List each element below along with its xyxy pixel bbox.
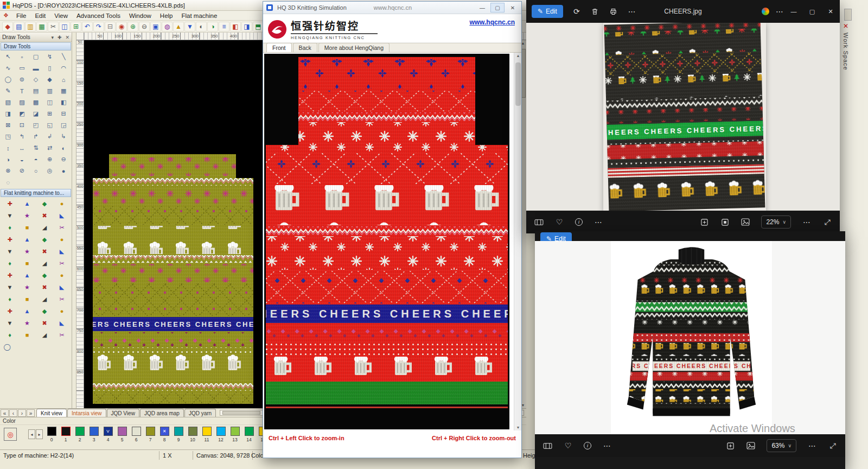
machine-tool-icon[interactable]: ▼ [1,317,18,329]
draw-tool-icon[interactable]: T [15,85,29,97]
machine-tool-icon[interactable]: ◆ [36,233,53,245]
toolbar-icon[interactable]: ↷ [93,22,104,31]
toolbar-icon[interactable]: ▥ [25,22,36,31]
frame-icon[interactable] [741,217,750,227]
color-swatch[interactable]: 9 [171,427,186,442]
toolbar-icon[interactable]: ✂ [48,22,59,31]
draw-tool-icon[interactable]: ↯ [43,51,57,62]
machine-tool-icon[interactable]: ✚ [1,233,18,245]
toolbar-icon[interactable]: ◧ [230,22,241,31]
draw-tools-section-header[interactable]: Draw Tools [1,42,71,50]
draw-tool-icon[interactable]: ↖ [1,51,15,62]
machine-tool-icon[interactable]: ▲ [18,305,36,317]
fullscreen-icon[interactable]: ⤢ [828,441,838,451]
draw-tool-icon[interactable]: ▭ [15,62,29,74]
draw-tool-icon[interactable]: ● [56,165,71,176]
draw-tool-icon[interactable]: ▩ [29,97,43,108]
draw-tool-icon[interactable]: ↳ [56,131,71,142]
draw-tool-icon[interactable]: ▥ [43,85,57,97]
machine-tool-icon[interactable]: ✚ [1,305,18,317]
view-tab[interactable]: JQD View [107,409,139,417]
more-icon[interactable]: ⋯ [802,217,812,227]
color-swatch[interactable]: 1 [59,427,73,442]
minimize-button[interactable]: — [784,0,803,23]
workspace-close-icon[interactable]: ✕ [841,22,850,30]
draw-tool-icon[interactable]: ◱ [43,119,57,131]
edit-button[interactable]: ✎ Edit [540,232,572,241]
draw-tool-icon[interactable]: ⊟ [56,108,71,119]
draw-tool-icon[interactable]: ⊞ [43,108,57,119]
view-tab[interactable]: Intarsia view [67,409,106,417]
zoom-control[interactable]: 63% ∨ [767,439,796,452]
menu-item[interactable]: Help [156,12,177,19]
view-tab[interactable]: JQD area map [140,409,184,417]
toolbar-icon[interactable]: ◑ [207,22,218,31]
fit-screen-icon[interactable] [725,441,735,451]
draw-tool-icon[interactable]: ⊡ [15,119,29,131]
draw-tool-icon[interactable]: ↱ [29,131,43,142]
toolbar-icon[interactable]: ⬒ [253,22,264,31]
machine-tool-icon[interactable]: ♦ [1,221,18,233]
machine-tool-icon[interactable]: ★ [18,210,36,221]
menu-item[interactable]: Advanced Tools [72,12,125,19]
machine-tool-icon[interactable]: ◣ [53,245,71,257]
draw-tool-icon[interactable]: ◰ [29,119,43,131]
close-button[interactable]: ✕ [506,3,520,12]
draw-tool-icon[interactable]: ⇄ [43,142,57,154]
color-swatch[interactable]: 0 [44,427,59,442]
machine-tool-icon[interactable]: ■ [18,293,36,305]
machine-tool-icon[interactable]: ♦ [1,329,18,341]
machine-tool-icon[interactable]: ■ [18,329,36,341]
draw-tool-icon[interactable]: ◌ [1,176,15,188]
draw-tool-icon[interactable]: ◪ [29,108,43,119]
draw-tool-icon[interactable]: ▫ [15,51,29,62]
draw-tool-icon[interactable]: ▬ [29,62,43,74]
zoom-control[interactable]: 22% ∨ [761,216,791,229]
draw-tool-icon[interactable]: ◎ [43,165,57,176]
maximize-button[interactable]: ▢ [490,3,505,12]
machine-tool-icon[interactable]: ▼ [1,245,18,257]
scroll-up-icon[interactable]: ▲ [514,54,521,58]
simulation-viewport[interactable]: CHEERS CHEERS CHEERS CHEERS CHEERS CHEER… [263,53,521,430]
machine-tool-icon[interactable]: ✚ [1,198,18,210]
draw-tool-icon[interactable]: ○ [29,165,43,176]
machine-tool-icon[interactable]: ◣ [53,317,71,329]
machine-tool-icon[interactable]: ✖ [36,210,53,221]
rotate-icon[interactable]: ⟳ [572,7,582,16]
draw-tool-icon[interactable]: ◯ [0,341,14,352]
view-tab[interactable]: JQD yarn [184,409,216,417]
toolbar-icon[interactable]: ◨ [241,22,252,31]
machine-tool-icon[interactable]: ✂ [53,221,71,233]
menu-item[interactable]: File [12,12,31,19]
favorite-icon[interactable]: ♡ [563,441,573,451]
color-swatch[interactable]: 12 [214,427,228,442]
machine-tool-icon[interactable]: ✖ [36,317,53,329]
draw-tool-icon[interactable]: ⊖ [56,154,71,165]
delete-icon[interactable] [590,7,600,16]
draw-tool-icon[interactable]: ◯ [1,74,15,85]
color-swatch[interactable]: 7 [143,427,157,442]
website-link[interactable]: www.hqcnc.cn [469,18,515,26]
machine-tool-icon[interactable]: ♦ [1,257,18,269]
machine-tool-icon[interactable]: ▲ [18,198,36,210]
machine-tool-icon[interactable]: ◆ [36,198,53,210]
maximize-button[interactable]: ▢ [803,0,821,23]
draw-tool-icon[interactable]: ◨ [1,108,15,119]
view-tab[interactable]: Knit view [36,409,67,417]
draw-tool-icon[interactable]: ◇ [29,74,43,85]
panel-splitter[interactable] [72,33,76,408]
menu-item[interactable]: Window [125,12,156,19]
more-icon[interactable]: ⋯ [593,217,603,227]
machine-tool-icon[interactable]: ◆ [36,305,53,317]
visual-search-icon[interactable] [762,8,769,15]
draw-tool-icon[interactable]: ⊠ [1,119,15,131]
flat-machine-section-header[interactable]: Flat knitting machine to... [1,189,71,197]
draw-tool-icon[interactable]: ✎ [1,85,15,97]
draw-tool-icon[interactable]: ▨ [15,97,29,108]
info-icon[interactable]: i [584,442,591,449]
color-swatch[interactable]: ✕ 8 [157,427,171,442]
draw-tool-icon[interactable]: ▯ [43,62,57,74]
machine-tool-icon[interactable]: ● [53,269,71,281]
toolbar-icon[interactable]: ◍ [162,22,173,31]
workspace-label[interactable]: Work Space [843,33,849,71]
